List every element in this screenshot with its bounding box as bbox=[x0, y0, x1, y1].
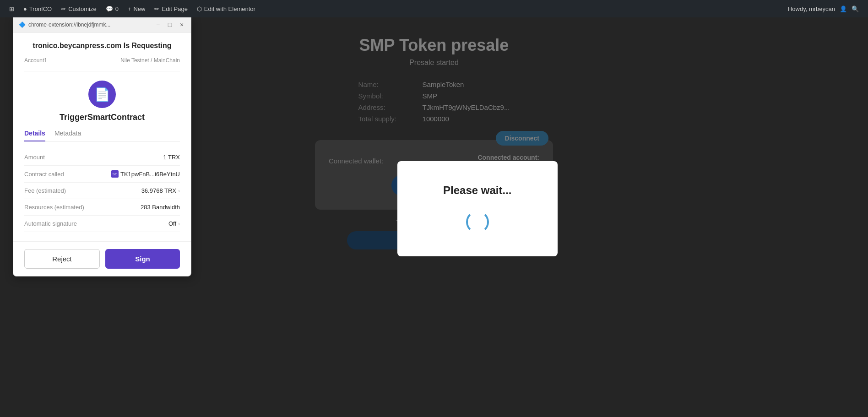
avatar: 📄 bbox=[88, 81, 116, 108]
extension-controls: − □ × bbox=[154, 21, 185, 28]
customize-icon: ✏ bbox=[61, 5, 66, 12]
contract-icon: SC bbox=[111, 170, 119, 178]
search-icon[interactable]: 🔍 bbox=[852, 5, 859, 12]
extension-url: 🔷 chrome-extension://ibnejdfjmmk... bbox=[19, 22, 110, 28]
auto-sign-label: Automatic signature bbox=[24, 220, 77, 227]
sign-button[interactable]: Sign bbox=[105, 249, 180, 269]
contract-value: SC TK1pwFnB...i6BeYtnU bbox=[111, 170, 180, 178]
admin-bar-new[interactable]: + New bbox=[123, 0, 150, 17]
avatar-block: 📄 TriggerSmartContract bbox=[24, 81, 180, 122]
user-icon: 👤 bbox=[840, 5, 847, 12]
fee-value: 36.9768 TRX › bbox=[141, 187, 180, 194]
admin-bar-tronico[interactable]: ● TronICO bbox=[19, 0, 56, 17]
loading-spinner bbox=[466, 211, 489, 233]
fee-arrow-icon: › bbox=[178, 188, 180, 194]
admin-bar-comments[interactable]: 💬 0 bbox=[101, 0, 123, 17]
network-label: Nile Testnet / MainChain bbox=[120, 57, 180, 64]
elementor-icon: ⬡ bbox=[197, 5, 202, 12]
detail-row-contract: Contract called SC TK1pwFnB...i6BeYtnU bbox=[24, 166, 180, 183]
comments-icon: 💬 bbox=[106, 5, 113, 12]
amount-label: Amount bbox=[24, 154, 45, 161]
admin-bar-customize[interactable]: ✏ Customize bbox=[56, 0, 101, 17]
detail-row-fee[interactable]: Fee (estimated) 36.9768 TRX › bbox=[24, 183, 180, 199]
amount-value: 1 TRX bbox=[163, 154, 180, 161]
extension-tabs: Details Metadata bbox=[24, 130, 180, 142]
reject-button[interactable]: Reject bbox=[24, 249, 100, 269]
admin-bar-elementor[interactable]: ⬡ Edit with Elementor bbox=[192, 0, 260, 17]
tab-metadata[interactable]: Metadata bbox=[54, 130, 81, 141]
tab-details[interactable]: Details bbox=[24, 130, 45, 141]
resources-label: Resources (estimated) bbox=[24, 204, 84, 211]
account-row: Account1 Nile Testnet / MainChain bbox=[24, 57, 180, 71]
minimize-button[interactable]: − bbox=[154, 21, 162, 28]
edit-page-icon: ✏ bbox=[154, 5, 159, 12]
please-wait-modal: Please wait... bbox=[397, 161, 558, 256]
auto-sign-value: Off › bbox=[168, 220, 180, 227]
tronico-icon: ● bbox=[23, 5, 27, 12]
admin-bar-wordpress[interactable]: ⊞ bbox=[5, 0, 19, 17]
extension-titlebar: 🔷 chrome-extension://ibnejdfjmmk... − □ … bbox=[13, 17, 191, 32]
plus-icon: + bbox=[128, 5, 131, 12]
extension-footer: Reject Sign bbox=[13, 241, 191, 276]
extension-popup: 🔷 chrome-extension://ibnejdfjmmk... − □ … bbox=[13, 17, 191, 276]
admin-bar-user: Howdy, mrbeycan 👤 🔍 bbox=[788, 5, 863, 12]
contract-name: TriggerSmartContract bbox=[24, 113, 180, 122]
requesting-title: tronico.beycanpress.com Is Requesting bbox=[24, 42, 180, 50]
admin-bar-edit-page[interactable]: ✏ Edit Page bbox=[150, 0, 192, 17]
admin-bar: ⊞ ● TronICO ✏ Customize 💬 0 + New ✏ Edit… bbox=[0, 0, 868, 17]
auto-sign-arrow-icon: › bbox=[178, 221, 180, 227]
contract-avatar-icon: 📄 bbox=[94, 87, 110, 102]
extension-favicon: 🔷 bbox=[19, 22, 26, 28]
detail-row-resources: Resources (estimated) 283 Bandwidth bbox=[24, 199, 180, 216]
fee-label: Fee (estimated) bbox=[24, 187, 66, 194]
extension-body: tronico.beycanpress.com Is Requesting Ac… bbox=[13, 32, 191, 241]
account-label: Account1 bbox=[24, 57, 47, 64]
detail-row-auto-sign[interactable]: Automatic signature Off › bbox=[24, 216, 180, 232]
resources-value: 283 Bandwidth bbox=[141, 204, 180, 211]
wordpress-icon: ⊞ bbox=[9, 5, 14, 12]
please-wait-title: Please wait... bbox=[434, 184, 521, 197]
close-button[interactable]: × bbox=[178, 21, 185, 28]
contract-label: Contract called bbox=[24, 171, 64, 178]
restore-button[interactable]: □ bbox=[166, 21, 174, 28]
detail-row-amount: Amount 1 TRX bbox=[24, 149, 180, 166]
